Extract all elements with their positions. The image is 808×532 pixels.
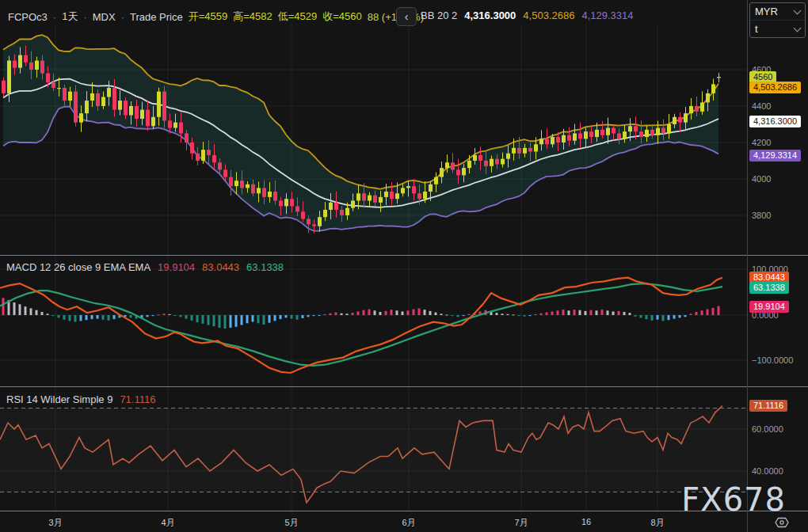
time-axis-label: 16 xyxy=(581,517,591,526)
time-axis-label: 6月 xyxy=(402,517,415,529)
time-axis-label: 4月 xyxy=(161,517,174,529)
bb-upper-badge: 4,503.2686 xyxy=(749,82,801,93)
series-type-label: Trade Price xyxy=(130,11,183,23)
macd-signal-value: 63.1338 xyxy=(246,261,284,273)
macd-line-value: 83.0443 xyxy=(202,261,239,273)
symbol-name[interactable]: FCPOc3 xyxy=(8,11,48,23)
bb-basis-value: 4,316.3000 xyxy=(464,10,516,21)
bb-legend[interactable]: BB 20 2 4,316.3000 4,503.2686 4,129.3314 xyxy=(421,10,634,21)
separator: · xyxy=(53,11,56,23)
time-axis-label: 5月 xyxy=(284,517,298,529)
currency-value: MYR xyxy=(755,6,778,17)
rsi-legend[interactable]: RSI 14 Wilder Simple 9 71.1116 xyxy=(6,393,155,405)
chevron-down-icon xyxy=(794,6,802,14)
ohlc-low: 低=4529 xyxy=(278,10,318,24)
separator: · xyxy=(121,11,124,23)
time-axis-settings-icon[interactable] xyxy=(773,516,791,529)
unit-value: t xyxy=(755,23,758,35)
rsi-axis-tick: 40.0000 xyxy=(752,466,783,477)
macd-hist-badge: 19.9104 xyxy=(749,301,789,313)
macd-signal-badge: 63.1338 xyxy=(749,282,789,294)
collapse-indicators-button[interactable]: ‹ xyxy=(396,7,417,26)
macd-histogram xyxy=(2,298,720,329)
chevron-left-icon: ‹ xyxy=(405,10,409,23)
ohlc-high: 高=4582 xyxy=(233,10,273,24)
symbol-header[interactable]: FCPOc3 · 1天 · MDX · Trade Price 开=4559 高… xyxy=(8,10,424,24)
bb-lower-badge: 4,129.3314 xyxy=(749,150,801,162)
interval-label[interactable]: 1天 xyxy=(62,10,78,24)
chart-window: FCPOc3 · 1天 · MDX · Trade Price 开=4559 高… xyxy=(0,0,808,532)
time-axis-label: 8月 xyxy=(650,517,664,529)
bb-lower-value: 4,129.3314 xyxy=(581,10,633,21)
bb-basis-badge: 4,316.3000 xyxy=(749,116,801,127)
fx678-watermark: FX678 xyxy=(681,481,786,518)
price-axis-tick: 4200 xyxy=(752,137,771,148)
price-scale-settings: MYR t xyxy=(749,2,806,38)
separator: · xyxy=(83,11,86,23)
bollinger-bands xyxy=(3,35,718,231)
time-axis-label: 3月 xyxy=(48,517,62,529)
price-axis-tick: 4000 xyxy=(752,173,771,184)
price-axis-tick: 3800 xyxy=(752,210,771,221)
ohlc-close: 收=4560 xyxy=(322,10,362,24)
rsi-value: 71.1116 xyxy=(120,393,155,405)
rsi-band xyxy=(0,408,747,492)
bb-label: BB 20 2 xyxy=(421,10,457,21)
ohlc-open: 开=4559 xyxy=(189,10,228,24)
macd-lines xyxy=(0,278,722,373)
macd-legend[interactable]: MACD 12 26 close 9 EMA EMA 19.9104 83.04… xyxy=(6,261,284,273)
time-axis-label: 7月 xyxy=(514,517,528,529)
currency-select[interactable]: MYR xyxy=(750,3,805,20)
macd-label: MACD 12 26 close 9 EMA EMA xyxy=(6,261,151,273)
macd-hist-value: 19.9104 xyxy=(158,261,195,273)
macd-axis-tick: −100.0000 xyxy=(752,355,793,366)
rsi-value-badge: 71.1116 xyxy=(749,400,787,412)
exchange-label: MDX xyxy=(93,11,116,23)
chevron-down-icon xyxy=(794,24,802,32)
bb-upper-value: 4,503.2686 xyxy=(523,10,574,21)
rsi-axis-tick: 60.0000 xyxy=(752,424,783,435)
unit-select[interactable]: t xyxy=(750,20,805,37)
price-axis-tick: 4400 xyxy=(752,101,771,112)
rsi-label: RSI 14 Wilder Simple 9 xyxy=(6,393,112,405)
